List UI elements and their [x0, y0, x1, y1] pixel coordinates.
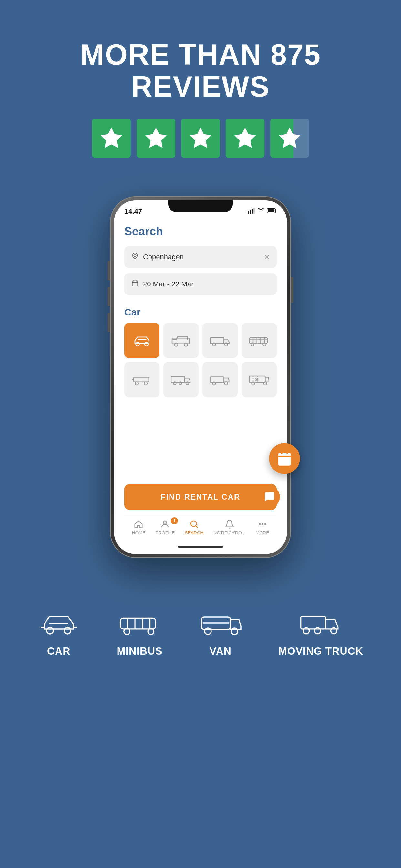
vehicle-large-truck[interactable] — [163, 362, 198, 397]
svg-rect-31 — [210, 376, 224, 383]
vehicle-grid-row1 — [124, 323, 277, 358]
nav-more[interactable]: MORE — [256, 519, 269, 535]
svg-rect-0 — [248, 211, 249, 214]
app-content: Search Copenhagen ✕ — [114, 218, 287, 554]
svg-point-50 — [64, 627, 71, 634]
profile-badge: 1 — [171, 517, 178, 524]
bottom-icon-van: VAN — [199, 610, 242, 657]
nav-home[interactable]: HOME — [132, 519, 145, 535]
svg-rect-1 — [250, 210, 251, 214]
nav-search[interactable]: SEARCH — [185, 519, 204, 535]
svg-rect-17 — [210, 337, 224, 344]
nav-profile-label: PROFILE — [155, 530, 175, 535]
home-indicator — [178, 546, 223, 548]
vehicle-refrigerated[interactable] — [242, 362, 277, 397]
bottom-icon-minibus: MINIBUS — [117, 610, 162, 657]
svg-rect-2 — [251, 209, 253, 214]
svg-rect-6 — [268, 209, 274, 213]
svg-rect-8 — [132, 281, 138, 286]
find-button-wrap: FIND RENTAL CAR — [124, 484, 277, 510]
phone-outer: 14.47 — [110, 196, 291, 558]
svg-rect-45 — [278, 453, 291, 466]
star-1 — [92, 119, 131, 158]
phone-notch — [168, 200, 233, 212]
location-text: Copenhagen — [143, 253, 259, 261]
battery-icon — [267, 208, 277, 215]
vehicle-section-label: Car — [124, 307, 277, 318]
wifi-icon — [257, 208, 265, 215]
signal-icon — [248, 208, 255, 215]
bottom-icon-moving-truck-label: MOVING TRUCK — [278, 645, 363, 657]
vehicle-minibus[interactable] — [242, 323, 277, 358]
phone-screen: 14.47 — [114, 200, 287, 554]
vehicle-truck[interactable] — [203, 323, 238, 358]
svg-rect-62 — [301, 616, 326, 629]
calendar-icon — [131, 280, 138, 289]
nav-search-label: SEARCH — [185, 530, 204, 535]
nav-notifications[interactable]: NOTIFICATIO... — [213, 519, 245, 535]
headline: MORE THAN 875 REVIEWS — [26, 39, 375, 103]
vehicle-trailer[interactable] — [124, 362, 159, 397]
bottom-icon-car: CAR — [38, 610, 80, 657]
nav-more-label: MORE — [256, 530, 269, 535]
star-5-half — [270, 119, 309, 158]
svg-point-33 — [225, 382, 227, 384]
svg-point-49 — [47, 627, 53, 634]
nav-notifications-label: NOTIFICATIO... — [213, 530, 245, 535]
bottom-nav: HOME 1 PROFILE — [124, 515, 277, 543]
svg-line-41 — [196, 526, 198, 528]
svg-point-42 — [259, 523, 260, 525]
location-icon — [131, 252, 138, 261]
chat-fab-button[interactable] — [259, 487, 280, 507]
vehicle-car[interactable] — [124, 323, 159, 358]
nav-profile[interactable]: 1 PROFILE — [155, 519, 175, 535]
star-2 — [136, 119, 175, 158]
clear-icon[interactable]: ✕ — [264, 253, 270, 261]
star-3 — [181, 119, 220, 158]
svg-rect-5 — [275, 210, 276, 212]
svg-point-25 — [144, 382, 147, 384]
nav-home-label: HOME — [132, 530, 145, 535]
status-time: 14.47 — [124, 207, 142, 216]
bottom-icons-section: CAR MINIBUS VAN — [0, 584, 401, 689]
date-text: 20 Mar - 22 Mar — [143, 280, 270, 288]
status-icons — [248, 208, 277, 215]
top-section: MORE THAN 875 REVIEWS — [0, 0, 401, 177]
svg-point-39 — [163, 521, 166, 524]
svg-point-44 — [265, 523, 266, 525]
vehicle-grid-row2 — [124, 362, 277, 397]
calendar-fab-button[interactable] — [269, 443, 300, 474]
svg-rect-27 — [171, 376, 184, 383]
svg-rect-3 — [253, 208, 255, 214]
location-field[interactable]: Copenhagen ✕ — [124, 246, 277, 268]
find-rental-car-button[interactable]: FIND RENTAL CAR — [124, 484, 277, 510]
svg-point-24 — [135, 382, 138, 384]
bottom-icon-car-label: CAR — [47, 645, 70, 657]
bottom-icon-moving-truck: MOVING TRUCK — [278, 610, 363, 657]
vehicle-cargo-van[interactable] — [203, 362, 238, 397]
svg-point-43 — [262, 523, 263, 525]
svg-rect-23 — [134, 377, 149, 382]
svg-point-7 — [134, 254, 136, 257]
star-4 — [226, 119, 265, 158]
svg-point-40 — [191, 521, 197, 527]
stars-row — [26, 119, 375, 158]
app-title: Search — [124, 225, 277, 238]
bottom-icon-minibus-label: MINIBUS — [117, 645, 162, 657]
vehicle-van[interactable] — [163, 323, 198, 358]
bottom-icon-van-label: VAN — [210, 645, 232, 657]
phone-wrapper: 14.47 — [0, 196, 401, 558]
date-field[interactable]: 20 Mar - 22 Mar — [124, 273, 277, 295]
